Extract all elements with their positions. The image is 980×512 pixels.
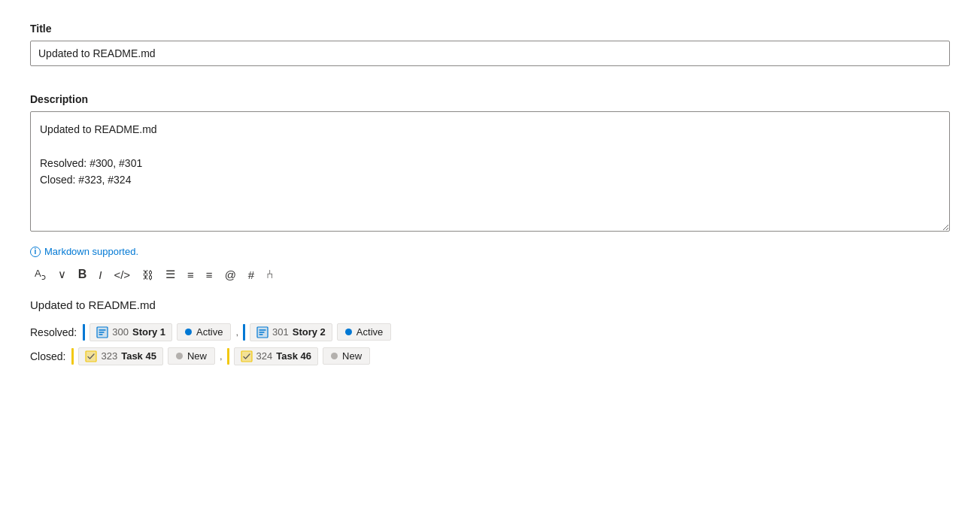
task-icon-324 — [241, 350, 253, 362]
work-item-300[interactable]: 300 Story 1 — [90, 323, 172, 341]
item-323-title: Task 45 — [121, 350, 156, 362]
bold-button[interactable]: B — [74, 265, 92, 284]
item-324-id: 324 — [256, 350, 273, 362]
preview-text: Updated to README.md — [30, 298, 950, 311]
pr-button[interactable]: ⑃ — [262, 265, 278, 284]
task-divider-324 — [227, 348, 229, 365]
description-toolbar: Aↄ ∨ B I </> ⛓ ☰ ≡ ≡ @ # ⑃ — [30, 265, 950, 285]
ordered-list-button[interactable]: ≡ — [183, 265, 199, 284]
status-label-301: Active — [357, 326, 383, 338]
active-dot-300 — [185, 329, 192, 335]
svg-rect-6 — [241, 351, 252, 362]
ordered-list-icon: ≡ — [187, 268, 194, 281]
work-item-324[interactable]: 324 Task 46 — [234, 347, 318, 365]
description-textarea[interactable]: Updated to README.md Resolved: #300, #30… — [30, 111, 950, 232]
closed-row: Closed: 323 Task 45 New , 324 — [30, 347, 950, 365]
status-label-324: New — [342, 350, 362, 362]
status-label-300: Active — [196, 326, 223, 338]
indent-button[interactable]: ≡ — [202, 265, 217, 284]
pr-icon: ⑃ — [266, 268, 274, 281]
item-323-id: 323 — [101, 350, 117, 362]
bold-icon: B — [78, 268, 87, 281]
description-section: Description Updated to README.md Resolve… — [30, 93, 950, 234]
separator-1: , — [235, 326, 238, 338]
code-icon: </> — [114, 268, 130, 281]
hash-button[interactable]: # — [244, 265, 259, 284]
title-section: Title — [30, 23, 950, 81]
unordered-list-icon: ☰ — [165, 268, 175, 281]
work-item-323[interactable]: 323 Task 45 — [78, 347, 162, 365]
markdown-note: i Markdown supported. — [30, 246, 950, 257]
link-icon: ⛓ — [142, 268, 153, 281]
unordered-list-button[interactable]: ☰ — [161, 265, 180, 284]
svg-rect-4 — [86, 351, 96, 362]
italic-button[interactable]: I — [94, 265, 106, 284]
dropdown-button[interactable]: ∨ — [53, 265, 71, 284]
item-324-title: Task 46 — [276, 350, 311, 362]
markdown-note-text: Markdown supported. — [44, 246, 138, 257]
code-button[interactable]: </> — [109, 265, 135, 284]
story-icon-301 — [256, 326, 269, 338]
items-section: Resolved: 300 Story 1 Active , — [30, 323, 950, 365]
item-301-title: Story 2 — [293, 326, 326, 338]
title-input[interactable] — [30, 41, 950, 66]
mention-button[interactable]: @ — [220, 265, 241, 284]
item-301-id: 301 — [272, 326, 289, 338]
indent-icon: ≡ — [206, 268, 213, 281]
status-chip-300[interactable]: Active — [177, 323, 231, 341]
task-divider-323 — [71, 348, 74, 365]
story-icon-300 — [96, 326, 108, 338]
info-icon: i — [30, 247, 41, 257]
task-icon-323 — [85, 350, 97, 362]
format-button[interactable]: Aↄ — [30, 265, 50, 285]
status-chip-324[interactable]: New — [323, 347, 370, 365]
new-dot-323 — [176, 353, 183, 359]
resolved-row: Resolved: 300 Story 1 Active , — [30, 323, 950, 341]
title-label: Title — [30, 23, 950, 35]
separator-2: , — [220, 350, 223, 362]
status-chip-301[interactable]: Active — [337, 323, 391, 341]
status-chip-323[interactable]: New — [168, 347, 215, 365]
work-item-301[interactable]: 301 Story 2 — [250, 323, 332, 341]
status-label-323: New — [187, 350, 207, 362]
closed-label: Closed: — [30, 350, 65, 362]
mention-icon: @ — [225, 268, 236, 281]
description-label: Description — [30, 93, 950, 105]
link-button[interactable]: ⛓ — [138, 265, 158, 284]
active-dot-301 — [345, 329, 352, 335]
new-dot-324 — [331, 353, 338, 359]
resolved-label: Resolved: — [30, 326, 77, 338]
story-divider-300 — [83, 324, 85, 341]
item-300-title: Story 1 — [132, 326, 165, 338]
story-divider-301 — [243, 324, 245, 341]
hash-icon: # — [248, 268, 254, 281]
item-300-id: 300 — [112, 326, 129, 338]
italic-icon: I — [99, 268, 102, 281]
